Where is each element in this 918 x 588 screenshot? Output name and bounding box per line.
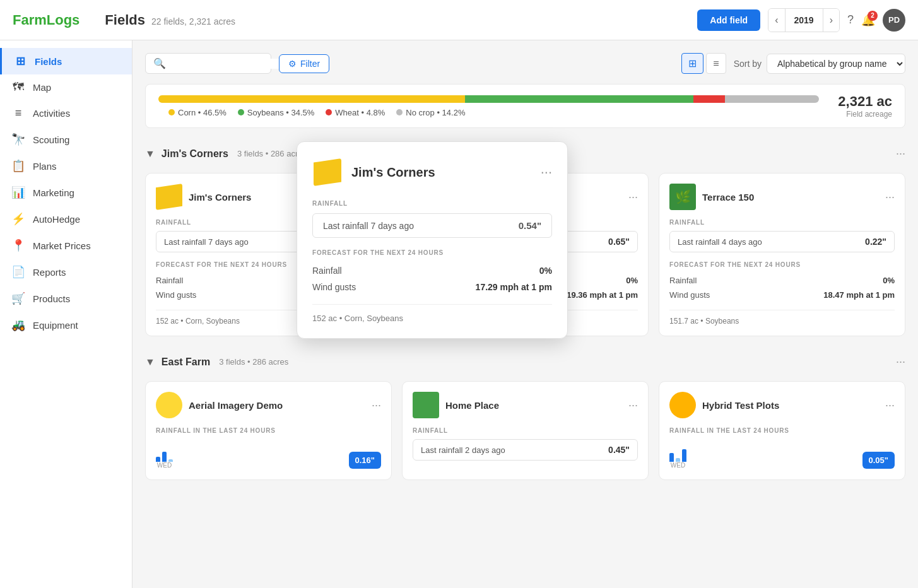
filter-button[interactable]: ⚙ Filter bbox=[279, 54, 329, 73]
cards-grid-east: Aerial Imagery Demo ··· RAINFALL IN THE … bbox=[145, 381, 905, 480]
nocrop-dot bbox=[396, 109, 403, 115]
year-next-button[interactable]: › bbox=[823, 9, 839, 32]
terrace-forecast: FORECAST FOR THE NEXT 24 HOURS Rainfall … bbox=[669, 261, 895, 302]
popup-footer: 152 ac • Corn, Soybeans bbox=[312, 314, 552, 323]
jims-forecast-wind-label: Wind gusts bbox=[156, 290, 196, 300]
nettys-rainfall-value: 0.65" bbox=[608, 237, 630, 247]
wheat-segment bbox=[693, 95, 725, 103]
terrace-field-name: Terrace 150 bbox=[702, 192, 879, 203]
bar1 bbox=[156, 457, 160, 462]
aerial-chart-label: WED bbox=[157, 462, 172, 469]
group-more-east-icon[interactable]: ··· bbox=[896, 355, 905, 368]
hybrid-more-icon[interactable]: ··· bbox=[885, 399, 895, 412]
hybrid-rainfall-label: RAINFALL IN THE LAST 24 HOURS bbox=[669, 427, 895, 434]
year-nav: ‹ 2019 › bbox=[768, 8, 840, 32]
grid-view-button[interactable]: ⊞ bbox=[681, 53, 703, 74]
aerial-field-icon bbox=[156, 392, 182, 418]
equipment-icon: 🚜 bbox=[11, 318, 25, 332]
jims-field-icon bbox=[156, 184, 182, 210]
popup-header: Jim's Corners ··· bbox=[312, 157, 552, 187]
popup-forecast-rainfall-row: Rainfall 0% bbox=[312, 262, 552, 279]
sidebar-item-scouting[interactable]: 🔭 Scouting bbox=[0, 126, 132, 153]
terrace-forecast-rainfall-row: Rainfall 0% bbox=[669, 273, 895, 288]
home-field-name: Home Place bbox=[445, 400, 622, 411]
nettys-forecast-wind-val: 19.36 mph at 1 pm bbox=[567, 290, 638, 300]
notification-button[interactable]: 🔔 2 bbox=[861, 13, 875, 27]
terrace-footer: 151.7 ac • Soybeans bbox=[669, 317, 895, 326]
scouting-icon: 🔭 bbox=[11, 132, 25, 146]
corn-legend-label: Corn • 46.5% bbox=[178, 108, 227, 117]
group-more-icon[interactable]: ··· bbox=[896, 147, 905, 160]
nettys-more-icon[interactable]: ··· bbox=[628, 191, 638, 204]
popup-more-icon[interactable]: ··· bbox=[541, 164, 552, 180]
sidebar-item-activities[interactable]: ≡ Activities bbox=[0, 100, 132, 126]
field-card-home-place: Home Place ··· RAINFALL Last rainfall 2 … bbox=[402, 381, 649, 480]
list-view-button[interactable]: ≡ bbox=[706, 53, 726, 74]
wheat-legend-label: Wheat • 4.8% bbox=[335, 108, 385, 117]
sidebar-item-autohedge[interactable]: ⚡ AutoHedge bbox=[0, 206, 132, 232]
terrace-divider bbox=[669, 310, 895, 310]
popup-rainfall-row: Last rainfall 7 days ago 0.54" bbox=[312, 213, 552, 238]
reports-icon: 📄 bbox=[11, 265, 25, 279]
sidebar-item-autohedge-label: AutoHedge bbox=[33, 214, 80, 225]
home-field-icon bbox=[413, 392, 439, 418]
sort-select[interactable]: Alphabetical by group name bbox=[767, 54, 905, 74]
hybrid-field-icon bbox=[669, 392, 696, 418]
legend-wheat: Wheat • 4.8% bbox=[326, 108, 385, 117]
terrace-forecast-wind-row: Wind gusts 18.47 mph at 1 pm bbox=[669, 288, 895, 302]
field-card-hybrid: Hybrid Test Plots ··· RAINFALL IN THE LA… bbox=[659, 381, 905, 480]
terrace-forecast-rainfall-label: Rainfall bbox=[669, 276, 697, 285]
toolbar: 🔍 ⚙ Filter ⊞ ≡ Sort by Alphabetical by g… bbox=[145, 53, 905, 74]
year-prev-button[interactable]: ‹ bbox=[768, 9, 784, 32]
body: ⊞ Fields 🗺 Map ≡ Activities 🔭 Scouting 📋… bbox=[0, 40, 918, 588]
sidebar-item-fields[interactable]: ⊞ Fields bbox=[0, 48, 132, 74]
group-header-east[interactable]: ▼ East Farm 3 fields • 286 acres ··· bbox=[145, 349, 905, 375]
search-input[interactable] bbox=[171, 59, 281, 69]
popup-rainfall-value: 0.54" bbox=[519, 220, 541, 231]
nocrop-segment bbox=[725, 95, 819, 103]
popup-rainfall-text: Last rainfall 7 days ago bbox=[323, 221, 414, 231]
terrace-more-icon[interactable]: ··· bbox=[885, 191, 895, 204]
sidebar-item-products-label: Products bbox=[33, 293, 70, 304]
sidebar-item-activities-label: Activities bbox=[33, 108, 70, 119]
hybrid-field-name: Hybrid Test Plots bbox=[702, 400, 879, 411]
popup-forecast-rainfall-val: 0% bbox=[539, 266, 552, 276]
view-toggle: ⊞ ≡ bbox=[681, 53, 726, 74]
wheat-dot bbox=[326, 109, 332, 115]
filter-label: Filter bbox=[300, 59, 320, 69]
sidebar-item-market-prices[interactable]: 📍 Market Prices bbox=[0, 232, 132, 259]
jims-forecast-rainfall-label: Rainfall bbox=[156, 276, 183, 285]
home-more-icon[interactable]: ··· bbox=[628, 399, 638, 412]
sidebar-item-equipment[interactable]: 🚜 Equipment bbox=[0, 312, 132, 338]
sidebar-item-plans[interactable]: 📋 Plans bbox=[0, 153, 132, 179]
legend-nocrop: No crop • 14.2% bbox=[396, 108, 465, 117]
terrace-field-icon: 🌿 bbox=[669, 184, 696, 210]
terrace-rainfall-row: Last rainfall 4 days ago 0.22" bbox=[669, 231, 895, 252]
sidebar-item-marketing[interactable]: 📊 Marketing bbox=[0, 179, 132, 206]
year-display: 2019 bbox=[785, 8, 823, 32]
terrace-forecast-rainfall-val: 0% bbox=[883, 276, 895, 285]
add-field-button[interactable]: Add field bbox=[697, 9, 760, 31]
app-container: FarmLogs Fields 22 fields, 2,321 acres A… bbox=[0, 0, 918, 588]
avatar[interactable]: PD bbox=[883, 9, 905, 32]
sidebar-item-map[interactable]: 🗺 Map bbox=[0, 74, 132, 100]
terrace-rainfall-label: RAINFALL bbox=[669, 219, 895, 226]
sidebar-item-map-label: Map bbox=[33, 82, 51, 93]
acreage-label: Field acreage bbox=[838, 110, 892, 119]
aerial-rainfall-label: RAINFALL IN THE LAST 24 HOURS bbox=[156, 427, 381, 434]
help-button[interactable]: ? bbox=[847, 13, 854, 26]
sidebar-item-market-prices-label: Market Prices bbox=[33, 240, 91, 251]
terrace-forecast-label: FORECAST FOR THE NEXT 24 HOURS bbox=[669, 261, 895, 268]
home-rainfall-row: Last rainfall 2 days ago 0.45" bbox=[413, 439, 638, 461]
autohedge-icon: ⚡ bbox=[11, 212, 25, 226]
corn-segment bbox=[158, 95, 465, 103]
hybrid-chart-label: WED bbox=[671, 462, 685, 469]
sidebar-item-products[interactable]: 🛒 Products bbox=[0, 285, 132, 312]
jims-rainfall-text: Last rainfall 7 days ago bbox=[164, 237, 249, 247]
notification-badge: 2 bbox=[868, 11, 878, 21]
activities-icon: ≡ bbox=[11, 107, 25, 120]
filter-icon: ⚙ bbox=[288, 59, 297, 69]
sidebar-item-reports[interactable]: 📄 Reports bbox=[0, 259, 132, 285]
acreage-bar bbox=[158, 95, 819, 103]
aerial-more-icon[interactable]: ··· bbox=[372, 399, 381, 412]
